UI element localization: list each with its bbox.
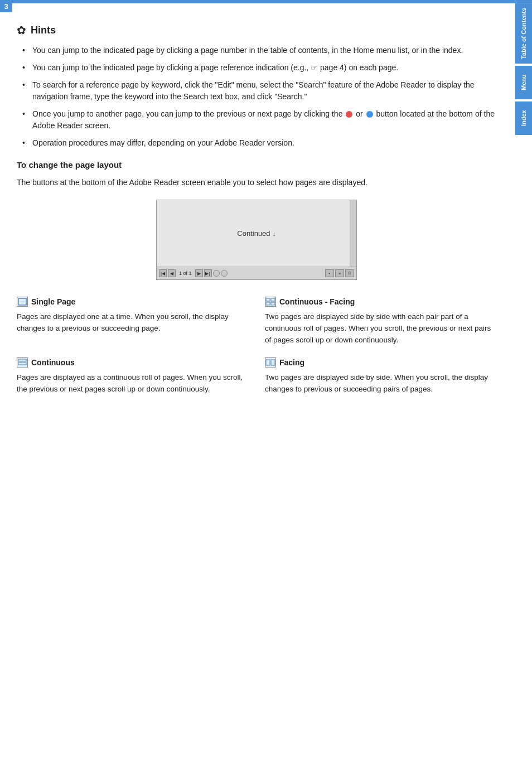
toolbar-circle-btn-1[interactable] [213, 270, 220, 277]
section-heading: To change the page layout [17, 160, 496, 171]
continued-text: Continued ↓ [237, 229, 275, 238]
reader-toolbar-right: ▪ ≡ ⊟ [325, 269, 354, 277]
svg-rect-4 [266, 302, 270, 305]
first-page-btn[interactable]: |◀ [159, 269, 167, 277]
layout-cont-facing-header: Continuous - Facing [265, 297, 496, 307]
prev-page-icon [346, 111, 352, 118]
continuous-facing-label: Continuous - Facing [279, 297, 355, 306]
layout-single-page: Single Page Pages are displayed one at a… [17, 297, 248, 346]
svg-rect-9 [271, 360, 275, 365]
hints-icon: ✿ [17, 23, 26, 37]
reader-toolbar-left: |◀ ◀ 1 of 1 ▶ ▶| [159, 269, 323, 277]
layout-continuous-header: Continuous [17, 357, 248, 368]
reader-content-area: Continued ↓ [157, 200, 356, 267]
sidebar-tab-menu[interactable]: Menu [515, 66, 532, 99]
hints-header: ✿ Hints [17, 23, 496, 37]
last-page-btn[interactable]: ▶| [204, 269, 212, 277]
main-content: ✿ Hints You can jump to the indicated pa… [0, 3, 513, 418]
sidebar-tab-index[interactable]: Index [515, 101, 532, 135]
section-description: The buttons at the bottom of the Adobe R… [17, 176, 496, 188]
layout-facing-header: Facing [265, 357, 496, 368]
single-page-icon [17, 297, 28, 307]
svg-rect-6 [18, 359, 26, 361]
layout-facing: Facing Two pages are displayed side by s… [265, 357, 496, 395]
svg-rect-7 [18, 362, 26, 365]
continuous-icon [17, 357, 28, 368]
facing-label: Facing [279, 358, 304, 367]
toolbar-circle-btn-2[interactable] [221, 270, 228, 277]
top-bar: 3 [0, 0, 532, 3]
single-page-desc: Pages are displayed one at a time. When … [17, 311, 248, 335]
svg-rect-2 [266, 298, 270, 301]
continuous-desc: Pages are displayed as a continuous roll… [17, 372, 248, 395]
svg-rect-8 [266, 360, 270, 365]
page-number: 3 [0, 0, 12, 12]
single-page-label: Single Page [31, 297, 75, 306]
hints-title: Hints [31, 25, 56, 36]
facing-icon [265, 357, 276, 368]
single-page-view-btn[interactable]: ▪ [325, 269, 334, 277]
continuous-facing-desc: Two pages are displayed side by side wit… [265, 311, 496, 346]
layout-continuous-facing: Continuous - Facing Two pages are displa… [265, 297, 496, 346]
layout-continuous: Continuous Pages are displayed as a cont… [17, 357, 248, 395]
reader-scrollbar [350, 200, 356, 267]
facing-desc: Two pages are displayed side by side. Wh… [265, 372, 496, 395]
list-item: You can jump to the indicated page by cl… [22, 62, 496, 74]
layout-grid: Single Page Pages are displayed one at a… [17, 297, 496, 395]
next-page-icon [366, 111, 373, 118]
list-item: Once you jump to another page, you can j… [22, 108, 496, 132]
list-item: You can jump to the indicated page by cl… [22, 45, 496, 56]
sidebar-tabs: Table of Contents Menu Index [515, 3, 532, 135]
sidebar-tab-table-of-contents[interactable]: Table of Contents [515, 3, 532, 64]
list-item: To search for a reference page by keywor… [22, 79, 496, 103]
continuous-view-btn[interactable]: ≡ [335, 269, 344, 277]
facing-view-btn[interactable]: ⊟ [345, 269, 354, 277]
layout-single-page-header: Single Page [17, 297, 248, 307]
svg-rect-5 [271, 302, 275, 305]
prev-page-btn[interactable]: ◀ [168, 269, 176, 277]
continuous-facing-icon [265, 297, 276, 307]
list-item: Operation procedures may differ, dependi… [22, 137, 496, 149]
page-info: 1 of 1 [177, 270, 194, 276]
reader-screenshot-mock: Continued ↓ |◀ ◀ 1 of 1 ▶ ▶| ▪ ≡ ⊟ [156, 200, 357, 280]
reader-toolbar: |◀ ◀ 1 of 1 ▶ ▶| ▪ ≡ ⊟ [157, 267, 356, 279]
next-page-btn[interactable]: ▶ [195, 269, 203, 277]
svg-rect-3 [271, 298, 275, 301]
continuous-label: Continuous [31, 358, 75, 367]
hints-list: You can jump to the indicated page by cl… [17, 45, 496, 149]
